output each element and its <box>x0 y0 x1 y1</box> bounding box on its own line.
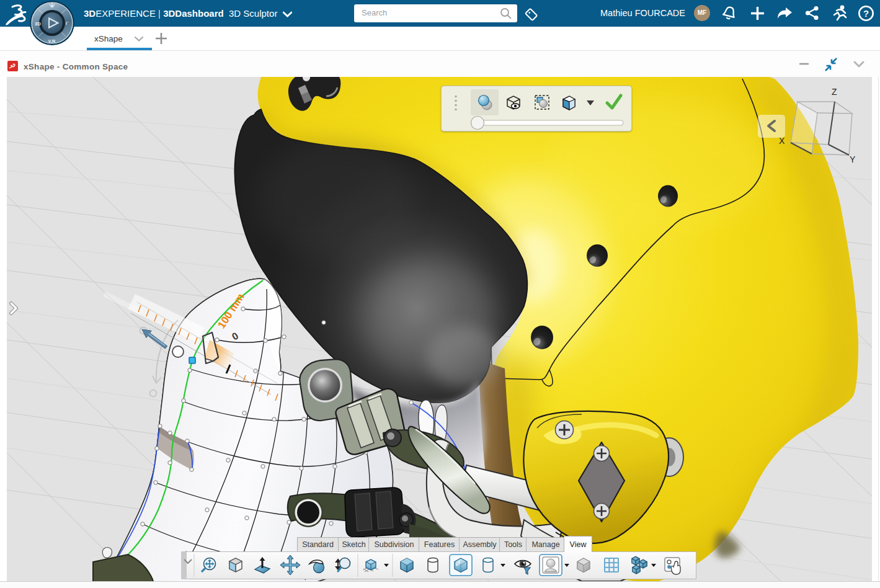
svg-text:3D: 3D <box>35 21 41 27</box>
svg-text:?: ? <box>863 8 869 19</box>
svg-text:Z: Z <box>832 87 837 97</box>
svg-text:V.R: V.R <box>48 38 56 44</box>
svg-text:Y: Y <box>850 154 856 164</box>
svg-text:i´: i´ <box>66 20 69 26</box>
